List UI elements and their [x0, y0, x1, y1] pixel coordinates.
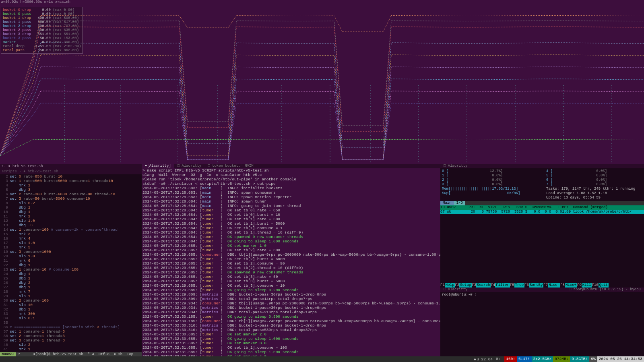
editor-content[interactable]: 2set 0 rate=850 burst=103set 1 rate=500 … — [0, 174, 142, 352]
htop-tab-main[interactable]: Main — [440, 201, 454, 205]
disk: 9.8GTB↑ — [570, 356, 589, 362]
ubuntu-icon: ◆ — [473, 357, 477, 362]
htop-window-tabs[interactable]: □ Alacritty — [440, 164, 644, 168]
clock: 2024-05-26 14:34:53 — [597, 356, 644, 362]
mem-down: 972MB↓ — [553, 356, 570, 362]
htop-process-row[interactable]: 67 sk 20 0 75736 5728 3328 S 0.0 0.0 0:0… — [440, 210, 644, 214]
log-tab-1[interactable]: □ Alacritty — [174, 164, 204, 168]
wifi-indicator: 0:— — [494, 356, 504, 362]
chart-lines — [0, 5, 644, 164]
term-tabs[interactable]: □ Alacritty □ root@ubuntu (10.0.2.15) - … — [440, 288, 644, 292]
cpu-freq: 2x2.5GHz — [532, 356, 553, 362]
htop-view-tabs[interactable]: Main I/O — [440, 201, 644, 205]
htop-fkeys[interactable]: F1HelpF2SetupF3SearchF4FilterF5TreeF6Sor… — [440, 283, 644, 288]
editor-pane[interactable]: 1. ● htb-v5-test.sh scripts › ● htb-v5-t… — [0, 164, 142, 362]
htop-meters: 0 [ 12.7%]1 [ 0.0%]2 [ 0.0%]3 [ 0.0%]Mem… — [440, 168, 644, 201]
term-tab-0[interactable]: □ Alacritty — [440, 288, 471, 292]
battery: 9% — [589, 356, 597, 362]
log-tabs[interactable]: ●[Alacritty] □ Alacritty □ token_bucket.… — [142, 164, 440, 168]
net-pkts: 6↓17! — [517, 356, 532, 362]
taskbar-left — [0, 356, 472, 362]
log-tab-active[interactable]: ●[Alacritty] — [142, 164, 174, 168]
terminal-prompt[interactable]: root@ubuntu:~# ▯ — [440, 292, 644, 362]
htop-pane[interactable]: □ Alacritty 0 [ 12.7%]1 [ 0.0%]2 [ 0.0%]… — [440, 164, 644, 362]
editor-tab[interactable]: 1. ● htb-v5-test.sh — [0, 164, 142, 169]
taskbar[interactable]: ◆u 22.04 0:— 160↑ 6↓17! 2x2.5GHz 972MB↓ … — [0, 356, 644, 362]
bottom-panes: 1. ● htb-v5-test.sh scripts › ● htb-v5-t… — [0, 164, 644, 362]
htop-tab-alacritty[interactable]: □ Alacritty — [440, 164, 644, 168]
log-tab-2[interactable]: □ token_bucket.h NVIM — [204, 164, 256, 168]
editor-breadcrumb: scripts › ● htb-v5-test.sh — [0, 169, 142, 174]
htop-tab-io[interactable]: I/O — [454, 201, 465, 205]
term-tab-1[interactable]: □ root@ubuntu (10.0.2.15) - byobu — [566, 288, 644, 292]
htop-header[interactable]: ID USER PRI NI VIRT RES SHR S CPU%▽MEM% … — [440, 205, 644, 210]
chart-params: w=40.92s h=3600.00s m=1s x=asinh — [0, 0, 644, 5]
chart-area: bucket-0-drop 0.00 (max 0.00)bucket-0-pa… — [0, 5, 644, 164]
log-pane[interactable]: ●[Alacritty] □ Alacritty □ token_bucket.… — [142, 164, 440, 362]
net-up: 160↑ — [504, 356, 517, 362]
taskbar-right: ◆u 22.04 0:— 160↑ 6↓17! 2x2.5GHz 972MB↓ … — [472, 356, 644, 362]
log-content[interactable]: > make script IMPL=htb-v5 SCRIPT=scripts… — [142, 168, 440, 362]
